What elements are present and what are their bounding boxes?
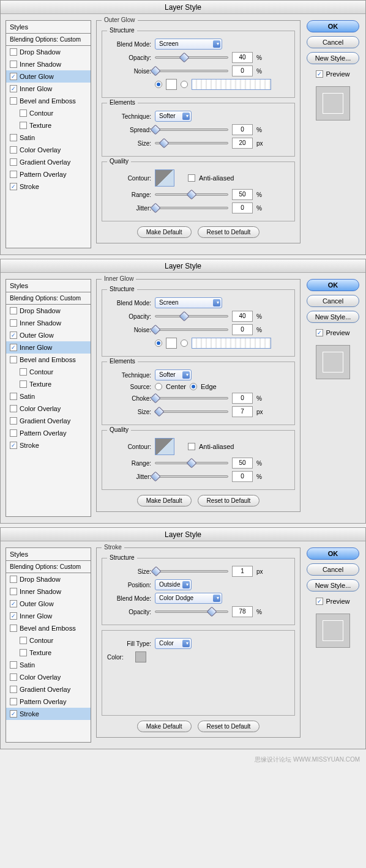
anti-aliased-checkbox[interactable] bbox=[188, 443, 195, 450]
style-item[interactable]: Satin bbox=[6, 659, 91, 671]
checkbox[interactable] bbox=[316, 598, 323, 605]
style-item[interactable]: Satin bbox=[6, 390, 91, 402]
reset-default-button[interactable]: Reset to Default bbox=[198, 495, 260, 506]
color-swatch[interactable] bbox=[166, 79, 177, 90]
checkbox[interactable] bbox=[10, 576, 17, 583]
ok-button[interactable]: OK bbox=[307, 547, 359, 560]
position-select[interactable]: Outside bbox=[155, 579, 192, 590]
style-item[interactable]: Color Overlay bbox=[6, 671, 91, 683]
style-item[interactable]: Bevel and Emboss bbox=[6, 622, 91, 634]
style-item[interactable]: Inner Shadow bbox=[6, 58, 91, 70]
slider-thumb[interactable] bbox=[151, 125, 161, 135]
style-item[interactable]: Pattern Overlay bbox=[6, 696, 91, 708]
checkbox[interactable] bbox=[20, 649, 27, 656]
slider-track[interactable] bbox=[155, 328, 228, 331]
gradient-radio[interactable] bbox=[181, 81, 188, 88]
value-input[interactable]: 40 bbox=[232, 52, 253, 63]
slider-thumb[interactable] bbox=[154, 407, 164, 417]
slider-track[interactable] bbox=[155, 570, 228, 573]
anti-aliased-checkbox[interactable] bbox=[188, 174, 195, 182]
checkbox[interactable] bbox=[316, 70, 323, 78]
slider-track[interactable] bbox=[155, 142, 228, 144]
style-item[interactable]: Drop Shadow bbox=[6, 573, 91, 585]
checkbox[interactable] bbox=[10, 85, 17, 92]
checkbox[interactable] bbox=[10, 73, 17, 80]
checkbox[interactable] bbox=[10, 158, 17, 166]
style-item[interactable]: Gradient Overlay bbox=[6, 156, 91, 168]
style-item[interactable]: Pattern Overlay bbox=[6, 168, 91, 180]
style-item[interactable]: Inner Glow bbox=[6, 83, 91, 95]
style-item[interactable]: Stroke bbox=[6, 708, 91, 720]
blending-options[interactable]: Blending Options: Custom bbox=[6, 34, 91, 46]
slider-track[interactable] bbox=[155, 610, 228, 613]
style-item[interactable]: Outer Glow bbox=[6, 598, 91, 610]
slider-thumb[interactable] bbox=[151, 472, 161, 482]
slider-thumb[interactable] bbox=[187, 458, 197, 469]
color-radio[interactable] bbox=[155, 339, 162, 347]
technique-select[interactable]: Softer bbox=[155, 111, 192, 122]
checkbox[interactable] bbox=[10, 393, 17, 400]
contour-picker[interactable] bbox=[155, 169, 174, 187]
style-item[interactable]: Color Overlay bbox=[6, 402, 91, 415]
cancel-button[interactable]: Cancel bbox=[307, 295, 359, 307]
slider-thumb[interactable] bbox=[151, 393, 161, 404]
slider-thumb[interactable] bbox=[207, 607, 217, 617]
style-item[interactable]: Inner Glow bbox=[6, 341, 91, 354]
new-style-button[interactable]: New Style... bbox=[307, 52, 359, 64]
blending-options[interactable]: Blending Options: Custom bbox=[6, 561, 91, 573]
slider-thumb[interactable] bbox=[151, 203, 161, 213]
style-item[interactable]: Gradient Overlay bbox=[6, 415, 91, 427]
color-radio[interactable] bbox=[155, 81, 162, 88]
ok-button[interactable]: OK bbox=[307, 20, 359, 32]
style-item[interactable]: Inner Glow bbox=[6, 610, 91, 622]
style-item[interactable]: Contour bbox=[6, 634, 91, 647]
value-input[interactable]: 20 bbox=[232, 138, 253, 149]
checkbox[interactable] bbox=[316, 329, 323, 336]
slider-track[interactable] bbox=[155, 128, 228, 131]
checkbox[interactable] bbox=[10, 307, 17, 314]
slider-thumb[interactable] bbox=[151, 325, 161, 335]
value-input[interactable]: 40 bbox=[232, 311, 253, 322]
ok-button[interactable]: OK bbox=[307, 279, 359, 291]
value-input[interactable]: 1 bbox=[232, 566, 253, 577]
style-item[interactable]: Satin bbox=[6, 132, 91, 144]
slider-thumb[interactable] bbox=[151, 566, 162, 577]
titlebar[interactable]: Layer Style bbox=[1, 528, 365, 541]
styles-header[interactable]: Styles bbox=[6, 548, 91, 561]
blend-mode-select[interactable]: Screen bbox=[155, 297, 222, 308]
style-item[interactable]: Color Overlay bbox=[6, 144, 91, 156]
style-item[interactable]: Outer Glow bbox=[6, 329, 91, 341]
checkbox[interactable] bbox=[10, 171, 17, 178]
checkbox[interactable] bbox=[10, 600, 17, 607]
checkbox[interactable] bbox=[10, 134, 17, 141]
value-input[interactable]: 0 bbox=[232, 324, 253, 335]
checkbox[interactable] bbox=[10, 405, 17, 412]
gradient-picker[interactable] bbox=[192, 338, 271, 349]
preview-toggle[interactable]: Preview bbox=[316, 598, 349, 605]
checkbox[interactable] bbox=[10, 625, 17, 632]
style-item[interactable]: Stroke bbox=[6, 180, 91, 193]
style-item[interactable]: Contour bbox=[6, 366, 91, 378]
slider-thumb[interactable] bbox=[187, 190, 197, 200]
color-swatch[interactable] bbox=[166, 338, 177, 349]
slider-track[interactable] bbox=[155, 193, 228, 196]
checkbox[interactable] bbox=[10, 356, 17, 363]
blending-options[interactable]: Blending Options: Custom bbox=[6, 292, 91, 305]
slider-track[interactable] bbox=[155, 397, 228, 399]
style-item[interactable]: Bevel and Emboss bbox=[6, 354, 91, 366]
checkbox[interactable] bbox=[20, 368, 27, 376]
style-item[interactable]: Inner Shadow bbox=[6, 317, 91, 329]
titlebar[interactable]: Layer Style bbox=[1, 259, 365, 273]
source-edge-radio[interactable] bbox=[190, 383, 197, 390]
checkbox[interactable] bbox=[10, 698, 17, 705]
slider-track[interactable] bbox=[155, 475, 228, 478]
checkbox[interactable] bbox=[20, 109, 27, 117]
value-input[interactable]: 0 bbox=[232, 124, 253, 135]
checkbox[interactable] bbox=[10, 661, 17, 669]
value-input[interactable]: 0 bbox=[232, 471, 253, 482]
slider-thumb[interactable] bbox=[159, 138, 170, 149]
reset-default-button[interactable]: Reset to Default bbox=[198, 721, 260, 732]
checkbox[interactable] bbox=[10, 97, 17, 105]
style-item[interactable]: Stroke bbox=[6, 439, 91, 451]
style-item[interactable]: Drop Shadow bbox=[6, 305, 91, 317]
